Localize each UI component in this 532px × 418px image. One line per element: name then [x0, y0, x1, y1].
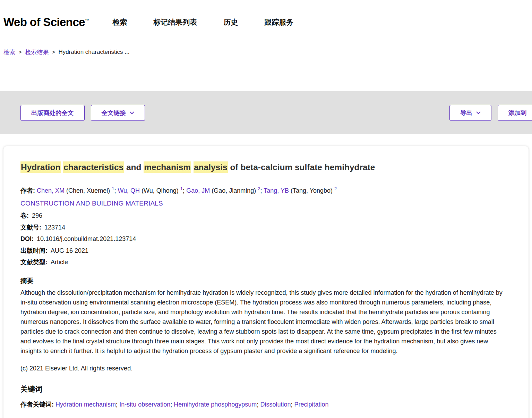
chevron-down-icon	[130, 111, 134, 115]
field-publication-date: 出版时间:AUG 16 2021	[20, 245, 508, 257]
author-link[interactable]: Gao, JM	[186, 187, 210, 194]
field-value: 123714	[44, 224, 65, 231]
author-entry: Chen, XM (Chen, Xuemei) 1;	[37, 187, 118, 194]
journal-link[interactable]: CONSTRUCTION AND BUILDING MATERIALS	[20, 200, 163, 207]
keyword-separator: ;	[116, 401, 118, 408]
field-value: 10.1016/j.conbuildmat.2021.123714	[37, 235, 136, 242]
breadcrumb-current-page: Hydration characteristics ...	[58, 49, 129, 56]
nav-tracking-service[interactable]: 跟踪服务	[264, 17, 293, 27]
export-button[interactable]: 导出	[449, 105, 491, 121]
author-entry: Wu, QH (Wu, Qihong) 1;	[118, 187, 186, 194]
full-text-at-publisher-button[interactable]: 出版商处的全文	[20, 105, 85, 121]
field-label: DOI:	[20, 235, 34, 242]
author-full-name: (Gao, Jianming)	[212, 187, 256, 194]
article-title: Hydration characteristics and mechanism …	[20, 161, 508, 173]
nav-marked-list[interactable]: 标记结果列表	[153, 17, 197, 27]
nav-search[interactable]: 检索	[112, 17, 127, 27]
abstract-text: Although the dissolution/precipitation m…	[20, 288, 508, 356]
author-separator: ;	[260, 187, 262, 194]
author-keywords-label: 作者关键词:	[20, 401, 54, 408]
main-content: Hydration characteristics and mechanism …	[0, 134, 532, 418]
export-actions: 导出 添加到	[449, 105, 532, 121]
author-full-name: (Tang, Yongbo)	[291, 187, 333, 194]
author-affiliation-number: 1	[180, 186, 183, 191]
field-value: 296	[32, 212, 42, 219]
authors-line: 作者: Chen, XM (Chen, Xuemei) 1; Wu, QH (W…	[20, 184, 508, 195]
field-label: 卷:	[20, 212, 29, 219]
breadcrumb-results-link[interactable]: 检索结果	[25, 48, 49, 56]
highlighted-term: analysis	[194, 161, 228, 173]
chevron-down-icon	[476, 111, 481, 115]
author-full-name: (Chen, Xuemei)	[66, 187, 110, 194]
app-header: Web of Science™ 检索 标记结果列表 历史 跟踪服务	[0, 0, 532, 44]
record-actions-bar: 出版商处的全文 全文链接 导出 添加到	[0, 91, 532, 134]
highlighted-term: characteristics	[63, 161, 124, 173]
breadcrumb-separator-icon: >	[19, 49, 22, 55]
keyword-separator: ;	[257, 401, 258, 408]
field-document-type: 文献类型:Article	[20, 257, 508, 268]
field-article-number: 文献号:123714	[20, 222, 508, 234]
full-text-links-button[interactable]: 全文链接	[91, 105, 145, 121]
keyword-separator: ;	[291, 401, 292, 408]
field-value: AUG 16 2021	[51, 247, 88, 254]
author-entry: Tang, YB (Tang, Yongbo) 2	[264, 187, 337, 194]
author-full-name: (Wu, Qihong)	[141, 187, 179, 194]
highlighted-term: Hydration	[20, 161, 61, 173]
author-keyword-link[interactable]: Hydration mechanism	[55, 401, 116, 408]
wos-logo[interactable]: Web of Science™	[3, 16, 89, 29]
article-record-card: Hydration characteristics and mechanism …	[3, 146, 529, 418]
breadcrumb-separator-icon: >	[52, 49, 55, 55]
author-keyword-link[interactable]: Dissolution	[260, 401, 291, 408]
author-separator: ;	[183, 187, 185, 194]
author-keywords-row: 作者关键词: Hydration mechanism; In-situ obse…	[20, 399, 508, 410]
field-label: 出版时间:	[20, 247, 48, 254]
field-doi: DOI:10.1016/j.conbuildmat.2021.123714	[20, 233, 508, 245]
abstract-heading: 摘要	[20, 276, 508, 285]
author-entry: Gao, JM (Gao, Jianming) 2;	[186, 187, 264, 194]
copyright-notice: (c) 2021 Elsevier Ltd. All rights reserv…	[20, 365, 508, 372]
author-link[interactable]: Chen, XM	[37, 187, 65, 194]
wos-logo-text: Web of Science	[3, 16, 85, 28]
full-text-actions: 出版商处的全文 全文链接	[20, 105, 145, 121]
record-fields: 卷:296 文献号:123714 DOI:10.1016/j.conbuildm…	[20, 210, 508, 268]
authors-label: 作者:	[20, 187, 35, 194]
author-keyword-link[interactable]: Precipitation	[294, 401, 328, 408]
author-keyword-link[interactable]: In-situ observation	[119, 401, 170, 408]
author-separator: ;	[114, 187, 116, 194]
breadcrumb-search-link[interactable]: 检索	[3, 48, 15, 56]
author-affiliation-number: 2	[334, 186, 337, 191]
author-link[interactable]: Wu, QH	[118, 187, 140, 194]
nav-history[interactable]: 历史	[223, 17, 238, 27]
add-to-button[interactable]: 添加到	[498, 105, 532, 121]
export-label: 导出	[460, 109, 472, 117]
keywords-heading: 关键词	[20, 384, 508, 394]
main-nav: 检索 标记结果列表 历史 跟踪服务	[112, 17, 293, 27]
full-text-links-label: 全文链接	[102, 109, 126, 117]
field-label: 文献类型:	[20, 259, 48, 266]
title-text: and	[126, 162, 141, 172]
field-value: Article	[51, 259, 68, 266]
keyword-separator: ;	[170, 401, 172, 408]
keywords-plus-row: Keywords Plus: CITRIC-ACID; GYPSUM; PHOS…	[20, 415, 508, 418]
author-keyword-link[interactable]: Hemihydrate phosphogypsum	[174, 401, 257, 408]
breadcrumb: 检索 > 检索结果 > Hydration characteristics ..…	[0, 44, 532, 56]
field-volume: 卷:296	[20, 210, 508, 222]
author-link[interactable]: Tang, YB	[264, 187, 289, 194]
trademark-symbol: ™	[85, 18, 89, 23]
title-text: of beta-calcium sulfate hemihydrate	[230, 162, 375, 172]
highlighted-term: mechanism	[144, 161, 191, 173]
field-label: 文献号:	[20, 224, 41, 231]
